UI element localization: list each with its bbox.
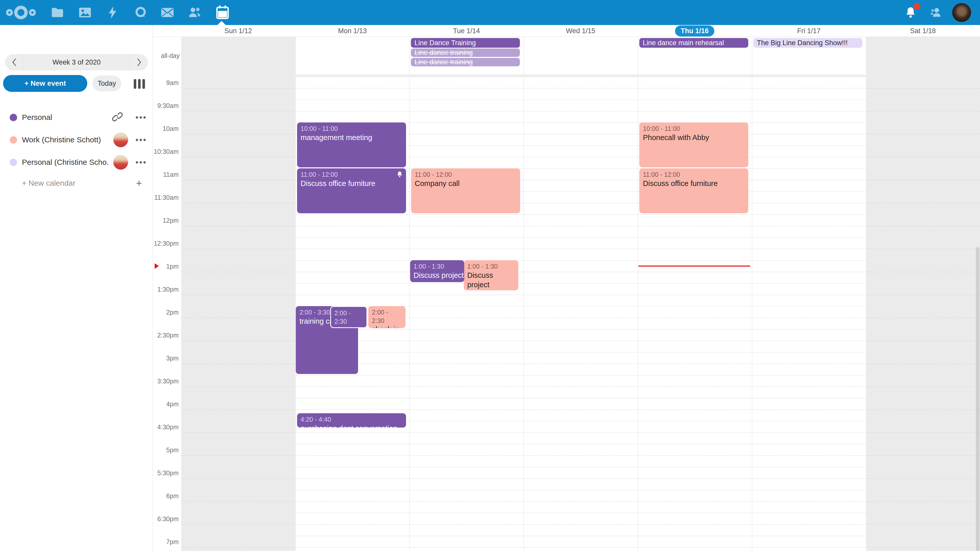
grid-line <box>181 283 980 284</box>
allday-event-title: Line Dance Training <box>414 39 476 47</box>
event-title: Discuss project announcement <box>414 271 461 280</box>
grid-line-quarter <box>181 226 980 226</box>
mail-icon[interactable] <box>159 5 175 21</box>
notifications-bell-icon[interactable] <box>903 5 918 21</box>
calendar-color-dot <box>10 114 17 121</box>
event-time: 10:00 - 11:00 <box>643 124 745 133</box>
contacts-icon[interactable] <box>187 5 203 21</box>
share-link-icon[interactable] <box>112 111 123 124</box>
new-event-button[interactable]: + New event <box>3 75 87 92</box>
allday-event-title: Line dance training <box>414 49 473 57</box>
sidebar-calendar-personal-christine-scho[interactable]: Personal (Christine Scho... <box>0 151 153 173</box>
time-label: 4:30pm <box>153 424 179 431</box>
event-check-in[interactable]: 2:00 - 2:30check-in <box>330 306 367 328</box>
grid-line-quarter <box>181 524 980 525</box>
grid-line <box>181 214 980 215</box>
files-icon[interactable] <box>49 5 65 21</box>
event-management-meeting[interactable]: 10:00 - 11:00management meeting <box>297 122 406 167</box>
calendar-icon[interactable] <box>215 5 231 21</box>
event-time: 11:00 - 12:00 <box>415 170 517 179</box>
all-day-divider <box>181 75 980 77</box>
event-purchasing-dept-conversation[interactable]: 4:20 - 4:40purchasing dept conversation <box>297 413 406 427</box>
grid-line <box>181 375 980 375</box>
day-header-fri-1-17[interactable]: Fri 1/17 <box>752 25 866 37</box>
day-header-mon-1-13[interactable]: Mon 1/13 <box>295 25 409 37</box>
nextcloud-logo[interactable] <box>6 5 36 21</box>
current-time-arrow <box>155 263 159 269</box>
event-check-in[interactable]: 2:00 - 2:30check-in <box>368 306 405 328</box>
event-time: 11:00 - 12:00 <box>301 170 402 179</box>
time-label: 5:30pm <box>153 469 179 477</box>
allday-event-line-dance-main-rehearsal[interactable]: Line dance main rehearsal <box>639 38 748 48</box>
activity-icon[interactable] <box>105 5 121 21</box>
allday-event-title: Line dance main rehearsal <box>643 39 724 47</box>
calendar-name: Work (Christine Schott) <box>22 135 101 144</box>
previous-week-button[interactable] <box>5 54 24 70</box>
user-avatar[interactable] <box>952 3 971 22</box>
grid-line-quarter <box>181 478 980 479</box>
time-label: 1:30pm <box>153 286 179 293</box>
sidebar-calendar-personal[interactable]: Personal <box>0 106 153 129</box>
today-pill: Thu 1/16 <box>675 25 714 37</box>
time-label: 10:30am <box>153 148 179 156</box>
grid-line-quarter <box>181 547 980 548</box>
scrollbar-thumb[interactable] <box>976 247 980 551</box>
time-label: 6:30pm <box>153 515 179 523</box>
event-time: 1:00 - 1:30 <box>467 262 515 271</box>
view-toggle-icon[interactable] <box>134 79 145 89</box>
time-label: 10am <box>153 125 179 132</box>
grid-line <box>181 444 980 445</box>
day-header-wed-1-15[interactable]: Wed 1/15 <box>523 25 638 37</box>
all-day-section: all-day Line Dance TrainingLine dance tr… <box>153 37 980 75</box>
sidebar-calendar-work-christine-schott[interactable]: Work (Christine Schott) <box>0 129 153 151</box>
today-button[interactable]: Today <box>92 76 121 91</box>
allday-event-line-dance-training[interactable]: Line dance training <box>411 48 520 57</box>
grid-line-quarter <box>181 432 980 433</box>
time-label: 4pm <box>153 400 179 408</box>
grid-line <box>181 467 980 467</box>
contacts-menu-icon[interactable] <box>928 5 944 21</box>
allday-event-the-big-line-dancing-show[interactable]: The Big Line Dancing Show!!! <box>753 38 862 48</box>
day-header-row: Sun 1/12Mon 1/13Tue 1/14Wed 1/15Thu 1/16… <box>153 25 980 37</box>
grid-line-quarter <box>181 249 980 249</box>
time-label: 3pm <box>153 354 179 362</box>
calendar-actions-menu[interactable] <box>135 161 147 164</box>
day-header-sat-1-18[interactable]: Sat 1/18 <box>866 25 980 37</box>
event-time: 10:00 - 11:00 <box>301 124 402 133</box>
grid-line <box>181 490 980 490</box>
event-time: 4:20 - 4:40 <box>301 415 402 424</box>
event-title: purchasing dept conversation <box>301 424 402 428</box>
day-header-thu-1-16[interactable]: Thu 1/16 <box>638 25 752 37</box>
time-label: 3:30pm <box>153 378 179 385</box>
allday-event-line-dance-training[interactable]: Line Dance Training <box>411 38 520 48</box>
talk-icon[interactable] <box>133 5 148 21</box>
grid-line <box>181 536 980 536</box>
week-label[interactable]: Week 3 of 2020 <box>24 54 130 70</box>
calendar-owner-avatar <box>113 132 128 147</box>
event-title: check-in <box>334 326 363 328</box>
event-title: management meeting <box>301 133 402 143</box>
time-label: 2:30pm <box>153 332 179 339</box>
new-calendar-button[interactable]: + New calendar + <box>0 174 153 192</box>
day-header-tue-1-14[interactable]: Tue 1/14 <box>409 25 523 37</box>
calendar-actions-menu[interactable] <box>135 116 147 119</box>
grid-line-quarter <box>181 455 980 456</box>
allday-event-line-dance-training[interactable]: Line dance training <box>411 58 520 66</box>
photos-icon[interactable] <box>77 5 93 21</box>
grid-line-quarter <box>181 410 980 410</box>
event-discuss-project-announcement[interactable]: 1:00 - 1:30Discuss project announcement <box>464 260 519 290</box>
event-discuss-project-announcement[interactable]: 1:00 - 1:30Discuss project announcement <box>410 260 464 282</box>
event-title: Discuss office furniture <box>643 179 745 189</box>
next-week-button[interactable] <box>130 54 148 70</box>
event-discuss-office-furniture[interactable]: 11:00 - 12:00Discuss office furniture <box>297 168 406 213</box>
event-time: 1:00 - 1:30 <box>414 262 461 271</box>
event-phonecall-with-abby[interactable]: 10:00 - 11:00Phonecall with Abby <box>639 122 748 167</box>
day-header-sun-1-12[interactable]: Sun 1/12 <box>181 25 295 37</box>
grid-line-quarter <box>181 111 980 111</box>
time-label: 9:30am <box>153 102 179 110</box>
event-company-call[interactable]: 11:00 - 12:00Company call <box>411 168 520 213</box>
grid-line-quarter <box>181 272 980 272</box>
calendar-actions-menu[interactable] <box>135 139 147 141</box>
event-time: 2:00 - 2:30 <box>372 308 402 325</box>
event-discuss-office-furniture[interactable]: 11:00 - 12:00Discuss office furniture <box>639 168 748 213</box>
